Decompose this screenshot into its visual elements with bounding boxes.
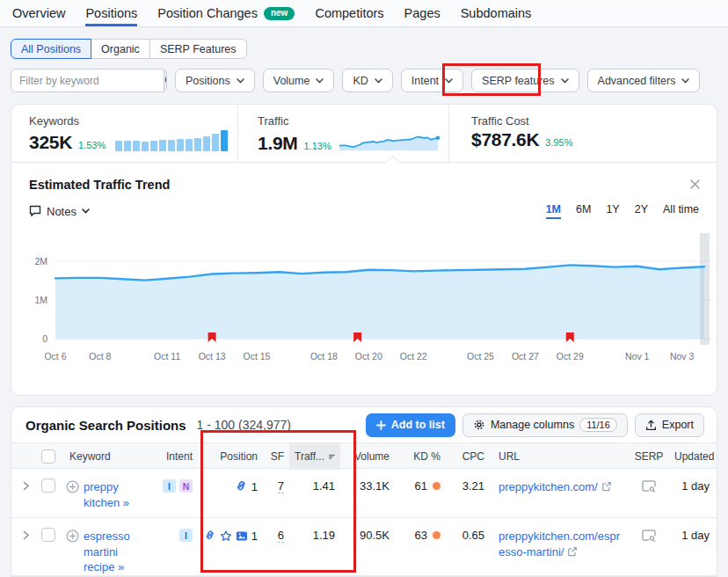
- intent-badges: I N: [163, 479, 193, 493]
- add-keyword-icon[interactable]: [66, 530, 79, 543]
- keyword-filter: [11, 69, 167, 92]
- col-kd[interactable]: KD %: [395, 450, 446, 463]
- cpc-value: 3.21: [446, 469, 490, 493]
- keyword-link[interactable]: espresso martini recipe »: [84, 529, 152, 575]
- range-1m[interactable]: 1M: [546, 203, 561, 219]
- svg-text:Oct 20: Oct 20: [355, 351, 382, 362]
- intent-informational-badge[interactable]: I: [179, 529, 193, 542]
- close-icon: [689, 179, 701, 190]
- row-expand-button[interactable]: [11, 469, 41, 491]
- sitelinks-icon[interactable]: [234, 479, 248, 493]
- row-checkbox[interactable]: [41, 478, 55, 493]
- nav-subdomains[interactable]: Subdomains: [461, 0, 532, 26]
- intent-informational-badge[interactable]: I: [163, 479, 176, 493]
- svg-text:Oct 18: Oct 18: [310, 351, 338, 362]
- nav-positions[interactable]: Positions: [85, 0, 137, 26]
- kd-difficulty-dot: [433, 531, 440, 539]
- nav-competitors[interactable]: Competitors: [315, 0, 383, 26]
- positions-filter-dropdown[interactable]: Positions: [175, 69, 255, 92]
- position-value: 1: [251, 530, 258, 543]
- col-intent[interactable]: Intent: [157, 450, 198, 463]
- updated-value: 1 day: [669, 518, 715, 542]
- manage-columns-button[interactable]: Manage columns 11/16: [462, 413, 628, 437]
- close-trend-button[interactable]: [688, 177, 703, 192]
- add-to-list-button[interactable]: Add to list: [366, 413, 455, 437]
- volume-value: 90.5K: [340, 518, 395, 542]
- updated-value: 1 day: [669, 469, 715, 493]
- intent-navigational-badge[interactable]: N: [179, 479, 193, 493]
- keyword-filter-input[interactable]: [11, 69, 164, 91]
- external-link-icon[interactable]: [567, 546, 578, 557]
- range-2y[interactable]: 2Y: [635, 203, 648, 219]
- serp-features-filter-dropdown[interactable]: SERP features: [471, 69, 579, 92]
- select-all-checkbox[interactable]: [41, 449, 55, 464]
- positions-type-tabs: All Positions Organic SERP Features: [11, 39, 247, 59]
- chevron-right-icon: [23, 530, 30, 540]
- metric-keywords[interactable]: Keywords 325K 1.53%: [11, 105, 238, 162]
- table-row: preppy kitchen » I N 1 7 1.41 33.1K 61 3…: [11, 469, 717, 518]
- metric-traffic[interactable]: Traffic 1.9M 1.13%: [238, 105, 449, 162]
- image-pack-icon[interactable]: [236, 530, 248, 543]
- kd-filter-dropdown[interactable]: KD: [342, 69, 392, 92]
- serp-snapshot-button[interactable]: [629, 518, 669, 543]
- svg-text:Oct 8: Oct 8: [89, 351, 111, 362]
- chevron-down-icon: [561, 78, 569, 84]
- keyword-link[interactable]: preppy kitchen »: [84, 479, 152, 510]
- advanced-filters-dropdown[interactable]: Advanced filters: [587, 69, 701, 92]
- serp-snapshot-button[interactable]: [629, 469, 669, 493]
- sitelinks-icon[interactable]: [203, 529, 216, 543]
- plus-icon: [376, 420, 386, 430]
- sort-desc-icon: [329, 453, 335, 461]
- row-checkbox[interactable]: [41, 528, 55, 542]
- range-1y[interactable]: 1Y: [606, 203, 619, 219]
- sf-value[interactable]: 7: [278, 479, 284, 493]
- search-button[interactable]: [164, 69, 167, 91]
- export-button[interactable]: Export: [635, 413, 704, 437]
- nav-overview[interactable]: Overview: [12, 0, 65, 26]
- intent-filter-dropdown[interactable]: Intent: [401, 69, 463, 92]
- svg-text:Nov 3: Nov 3: [670, 351, 695, 362]
- chevron-down-icon: [316, 78, 324, 84]
- volume-filter-dropdown[interactable]: Volume: [263, 69, 335, 92]
- col-cpc[interactable]: CPC: [446, 450, 490, 463]
- svg-text:1M: 1M: [34, 295, 47, 305]
- kd-value: 61: [415, 479, 427, 493]
- range-all-time[interactable]: All time: [663, 203, 699, 219]
- chevron-down-icon: [445, 78, 453, 84]
- table-row: espresso martini recipe » I 1 6 1.19 90.…: [11, 518, 717, 576]
- row-expand-button[interactable]: [11, 518, 41, 540]
- reviews-star-icon[interactable]: [220, 530, 232, 543]
- range-6m[interactable]: 6M: [576, 203, 591, 219]
- serp-preview-icon: [642, 530, 657, 543]
- svg-text:Oct 22: Oct 22: [400, 351, 427, 362]
- traffic-trend-chart[interactable]: 01M2MOct 6Oct 8Oct 11Oct 13Oct 15Oct 18O…: [11, 226, 717, 376]
- col-url[interactable]: URL: [490, 450, 629, 463]
- nav-pages[interactable]: Pages: [404, 0, 440, 26]
- col-position[interactable]: Position: [198, 450, 263, 463]
- tab-serp-features[interactable]: SERP Features: [149, 39, 247, 59]
- notes-dropdown[interactable]: Notes: [29, 205, 90, 218]
- svg-text:Oct 29: Oct 29: [557, 351, 584, 362]
- col-keyword[interactable]: Keyword: [64, 450, 157, 463]
- tab-all-positions[interactable]: All Positions: [11, 39, 91, 59]
- col-traffic-sorted[interactable]: Traff...: [289, 443, 340, 470]
- tab-organic[interactable]: Organic: [91, 39, 150, 59]
- sf-value[interactable]: 6: [278, 529, 284, 543]
- serp-preview-icon: [642, 480, 657, 493]
- date-range-selector: 1M 6M 1Y 2Y All time: [546, 203, 699, 219]
- metric-traffic-cost[interactable]: Traffic Cost $787.6K 3.95%: [449, 105, 717, 162]
- col-volume[interactable]: Volume: [340, 450, 395, 463]
- url-link[interactable]: preppykitchen.com/: [499, 480, 598, 493]
- col-updated[interactable]: Updated: [669, 450, 715, 463]
- add-keyword-icon[interactable]: [66, 480, 79, 493]
- external-link-icon[interactable]: [601, 481, 612, 492]
- search-icon: [164, 75, 167, 86]
- svg-text:Oct 15: Oct 15: [244, 351, 271, 362]
- nav-position-changes[interactable]: Position Changes new: [157, 0, 295, 26]
- url-link[interactable]: preppykitchen.com/espresso-martini/: [499, 530, 620, 559]
- table-header-row: Keyword Intent Position SF Traff... Volu…: [11, 442, 717, 469]
- svg-text:Oct 6: Oct 6: [44, 351, 66, 362]
- col-serp[interactable]: SERP: [629, 450, 669, 463]
- col-sf[interactable]: SF: [263, 450, 289, 463]
- traffic-line-sparkline: [338, 130, 441, 152]
